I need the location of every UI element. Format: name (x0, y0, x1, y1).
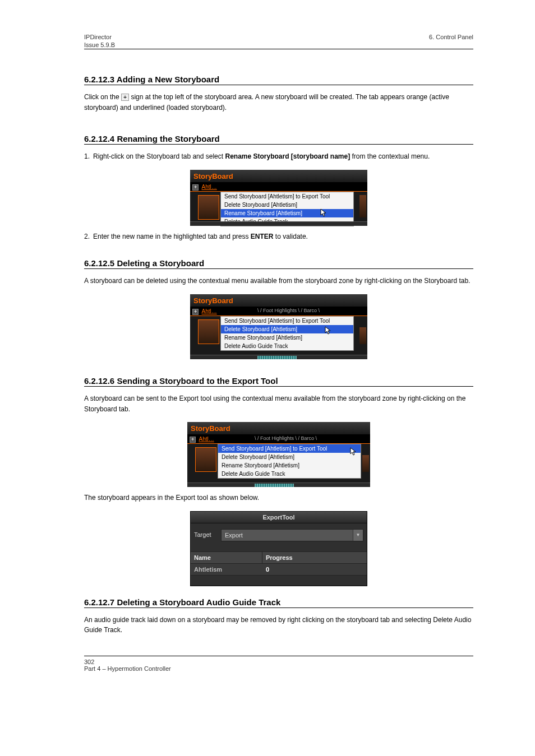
header-rule (84, 49, 473, 49)
context-menu: Send Storyboard [Ahtletism] to Export To… (218, 444, 361, 479)
storyboard-panel-title: StoryBoard (187, 422, 370, 435)
storyboard-tab-active[interactable]: Ahtl… (202, 308, 217, 314)
rename-step-1: 1.Right-click on the Storyboard tab and … (84, 151, 473, 162)
heading-rename-storyboard: 6.2.12.4 Renaming the Storyboard (84, 134, 473, 143)
column-progress: Progress (262, 552, 367, 563)
page-number: 302 (84, 658, 94, 665)
section-rule (84, 144, 473, 145)
export-tool-title: ExportTool (191, 512, 367, 523)
menu-item-delete-audio-guide[interactable]: Delete Audio Guide Track (221, 342, 353, 350)
section-rule (84, 85, 473, 85)
chapter-label: Issue 5.9.B (84, 41, 473, 48)
heading-delete-audio-guide: 6.2.12.7 Deleting a Storyboard Audio Gui… (84, 597, 473, 607)
menu-item-delete-storyboard[interactable]: Delete Storyboard [Ahtletism] (218, 453, 361, 461)
section-rule (84, 268, 473, 269)
clip-thumbnail (359, 195, 366, 217)
heading-send-export: 6.2.12.6 Sending a Storyboard to the Exp… (84, 376, 473, 386)
page-footer: 302 Part 4 – Hypermotion Controller (84, 656, 473, 672)
target-select-value: Export (222, 532, 353, 539)
page-header: IPDirector 6. Control Panel Issue 5.9.B (84, 34, 473, 49)
add-storyboard-button[interactable]: + (190, 437, 196, 443)
section-path: 6. Control Panel (429, 34, 473, 40)
heading-add-storyboard: 6.2.12.3 Adding a New Storyboard (84, 75, 473, 84)
clip-thumbnail (362, 455, 369, 472)
send-export-text-2: The storyboard appears in the Export too… (84, 493, 473, 503)
context-menu: Send Storyboard [Ahtletism] to Export To… (220, 316, 354, 351)
column-name: Name (191, 552, 262, 563)
menu-item-send-export[interactable]: Send Storyboard [Ahtletism] to Export To… (218, 444, 361, 453)
figure-rename-context-menu: StoryBoard + Ahtl… Send Storyboard [Ahtl… (190, 170, 367, 226)
export-table-header: Name Progress (191, 551, 367, 564)
storyboard-tabs-other: \ / Foot Highlights \ / Barco \ (257, 308, 320, 313)
heading-delete-storyboard: 6.2.12.5 Deleting a Storyboard (84, 258, 473, 268)
section-rule (84, 607, 473, 608)
clip-thumbnail (359, 327, 366, 344)
table-row[interactable]: Ahtletism 0 (191, 564, 367, 576)
add-storyboard-text: Click on the + sign at the top left of t… (84, 92, 473, 113)
send-export-text: A storyboard can be sent to the Export t… (84, 393, 473, 414)
target-select[interactable]: Export ▼ (221, 529, 363, 541)
clip-thumbnail (195, 447, 216, 472)
add-storyboard-button[interactable]: + (192, 309, 199, 315)
menu-item-delete-storyboard[interactable]: Delete Storyboard [Ahtletism] (221, 201, 353, 209)
menu-item-send-export[interactable]: Send Storyboard [Ahtletism] to Export To… (221, 317, 353, 325)
target-label: Target (194, 529, 221, 541)
cell-progress: 0 (262, 564, 367, 575)
delete-storyboard-text: A storyboard can be deleted using the co… (84, 276, 473, 286)
footer-left: Part 4 – Hypermotion Controller (84, 665, 473, 672)
cell-name: Ahtletism (191, 564, 262, 575)
menu-item-delete-storyboard[interactable]: Delete Storyboard [Ahtletism] (221, 325, 353, 333)
storyboard-panel-title: StoryBoard (190, 294, 367, 307)
chevron-down-icon[interactable]: ▼ (353, 530, 363, 541)
menu-item-rename-storyboard[interactable]: Rename Storyboard [Ahtletism] (221, 333, 353, 342)
menu-item-rename-storyboard[interactable]: Rename Storyboard [Ahtletism] (218, 461, 361, 470)
storyboard-tab-active[interactable]: Ahtl… (202, 184, 217, 190)
menu-item-send-export[interactable]: Send Storyboard [Ahtletism] to Export To… (221, 192, 353, 201)
clip-thumbnail (198, 195, 219, 220)
figure-export-tool: ExportTool Target Export ▼ Name Progress… (190, 511, 367, 586)
rename-step-2: 2.Enter the new name in the highlighted … (84, 231, 473, 242)
delete-audio-guide-text: An audio guide track laid down on a stor… (84, 615, 473, 636)
doc-title: IPDirector (84, 34, 112, 40)
clip-thumbnail (198, 319, 219, 344)
add-storyboard-button[interactable]: + (192, 184, 199, 191)
plus-icon: + (121, 94, 129, 101)
section-rule (84, 386, 473, 387)
storyboard-tab-active[interactable]: Ahtl… (199, 436, 214, 442)
figure-send-context-menu: StoryBoard + Ahtl… \ / Foot Highlights \… (187, 422, 370, 487)
storyboard-panel-title: StoryBoard (190, 170, 367, 183)
menu-item-delete-audio-guide[interactable]: Delete Audio Guide Track (218, 470, 361, 478)
storyboard-tabs-other: \ / Foot Highlights \ / Barco \ (255, 435, 317, 441)
footer-rule (84, 656, 473, 656)
menu-item-rename-storyboard[interactable]: Rename Storyboard [Ahtletism] (221, 209, 353, 217)
figure-delete-context-menu: StoryBoard + Ahtl… \ / Foot Highlights \… (190, 294, 367, 359)
